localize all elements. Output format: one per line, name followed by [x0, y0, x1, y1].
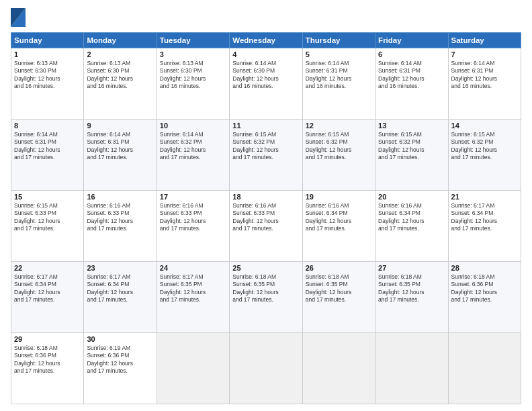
day-number: 18 — [232, 193, 299, 201]
cell-info: Sunrise: 6:16 AMSunset: 6:33 PMDaylight:… — [232, 202, 299, 233]
cell-info: Sunrise: 6:13 AMSunset: 6:30 PMDaylight:… — [160, 60, 226, 91]
calendar-cell: 16Sunrise: 6:16 AMSunset: 6:33 PMDayligh… — [84, 191, 157, 262]
header — [11, 8, 521, 27]
logo — [11, 8, 28, 27]
calendar-week-3: 15Sunrise: 6:15 AMSunset: 6:33 PMDayligh… — [11, 191, 521, 262]
day-number: 10 — [160, 122, 226, 130]
calendar-cell: 6Sunrise: 6:14 AMSunset: 6:31 PMDaylight… — [375, 48, 448, 120]
cell-info: Sunrise: 6:14 AMSunset: 6:31 PMDaylight:… — [14, 131, 81, 162]
calendar-cell: 18Sunrise: 6:16 AMSunset: 6:33 PMDayligh… — [230, 191, 302, 262]
day-number: 3 — [160, 50, 226, 58]
day-number: 26 — [306, 264, 372, 272]
calendar-cell: 4Sunrise: 6:14 AMSunset: 6:30 PMDaylight… — [230, 48, 302, 120]
cell-info: Sunrise: 6:17 AMSunset: 6:34 PMDaylight:… — [451, 202, 518, 233]
calendar-cell: 15Sunrise: 6:15 AMSunset: 6:33 PMDayligh… — [11, 191, 84, 262]
cell-info: Sunrise: 6:18 AMSunset: 6:35 PMDaylight:… — [232, 273, 299, 304]
day-number: 27 — [378, 264, 445, 272]
cell-info: Sunrise: 6:17 AMSunset: 6:34 PMDaylight:… — [14, 273, 81, 304]
day-number: 24 — [160, 264, 226, 272]
calendar-cell: 8Sunrise: 6:14 AMSunset: 6:31 PMDaylight… — [11, 120, 84, 191]
cell-info: Sunrise: 6:15 AMSunset: 6:32 PMDaylight:… — [306, 131, 372, 162]
day-number: 20 — [378, 193, 445, 201]
day-number: 19 — [306, 193, 372, 201]
calendar-week-5: 29Sunrise: 6:18 AMSunset: 6:36 PMDayligh… — [11, 333, 521, 404]
calendar-cell — [302, 333, 375, 404]
cell-info: Sunrise: 6:14 AMSunset: 6:32 PMDaylight:… — [160, 131, 226, 162]
calendar-cell: 22Sunrise: 6:17 AMSunset: 6:34 PMDayligh… — [11, 262, 84, 333]
logo-icon — [11, 8, 26, 27]
day-number: 15 — [14, 193, 81, 201]
calendar-cell: 5Sunrise: 6:14 AMSunset: 6:31 PMDaylight… — [302, 48, 375, 120]
calendar-cell: 24Sunrise: 6:17 AMSunset: 6:35 PMDayligh… — [157, 262, 229, 333]
calendar-cell: 21Sunrise: 6:17 AMSunset: 6:34 PMDayligh… — [448, 191, 521, 262]
cell-info: Sunrise: 6:15 AMSunset: 6:32 PMDaylight:… — [378, 131, 445, 162]
cell-info: Sunrise: 6:13 AMSunset: 6:30 PMDaylight:… — [14, 60, 81, 91]
calendar-cell: 2Sunrise: 6:13 AMSunset: 6:30 PMDaylight… — [84, 48, 157, 120]
page: SundayMondayTuesdayWednesdayThursdayFrid… — [0, 0, 532, 411]
calendar-cell: 1Sunrise: 6:13 AMSunset: 6:30 PMDaylight… — [11, 48, 84, 120]
day-number: 11 — [232, 122, 299, 130]
cell-info: Sunrise: 6:16 AMSunset: 6:33 PMDaylight:… — [160, 202, 226, 233]
cell-info: Sunrise: 6:18 AMSunset: 6:35 PMDaylight:… — [378, 273, 445, 304]
day-header-saturday: Saturday — [448, 33, 521, 48]
day-number: 9 — [87, 122, 153, 130]
cell-info: Sunrise: 6:16 AMSunset: 6:34 PMDaylight:… — [378, 202, 445, 233]
day-number: 29 — [14, 335, 81, 343]
cell-info: Sunrise: 6:15 AMSunset: 6:32 PMDaylight:… — [451, 131, 518, 162]
day-number: 2 — [87, 50, 153, 58]
calendar-cell: 17Sunrise: 6:16 AMSunset: 6:33 PMDayligh… — [157, 191, 229, 262]
cell-info: Sunrise: 6:14 AMSunset: 6:31 PMDaylight:… — [306, 60, 372, 91]
calendar-cell: 29Sunrise: 6:18 AMSunset: 6:36 PMDayligh… — [11, 333, 84, 404]
cell-info: Sunrise: 6:14 AMSunset: 6:31 PMDaylight:… — [378, 60, 445, 91]
day-number: 28 — [451, 264, 518, 272]
cell-info: Sunrise: 6:17 AMSunset: 6:35 PMDaylight:… — [160, 273, 226, 304]
day-header-friday: Friday — [375, 33, 448, 48]
calendar-cell: 27Sunrise: 6:18 AMSunset: 6:35 PMDayligh… — [375, 262, 448, 333]
cell-info: Sunrise: 6:14 AMSunset: 6:31 PMDaylight:… — [451, 60, 518, 91]
calendar-cell: 14Sunrise: 6:15 AMSunset: 6:32 PMDayligh… — [448, 120, 521, 191]
day-number: 8 — [14, 122, 81, 130]
calendar-week-4: 22Sunrise: 6:17 AMSunset: 6:34 PMDayligh… — [11, 262, 521, 333]
day-number: 22 — [14, 264, 81, 272]
cell-info: Sunrise: 6:17 AMSunset: 6:34 PMDaylight:… — [87, 273, 153, 304]
day-number: 6 — [378, 50, 445, 58]
cell-info: Sunrise: 6:19 AMSunset: 6:36 PMDaylight:… — [87, 345, 153, 375]
cell-info: Sunrise: 6:13 AMSunset: 6:30 PMDaylight:… — [87, 60, 153, 91]
cell-info: Sunrise: 6:14 AMSunset: 6:31 PMDaylight:… — [87, 131, 153, 162]
calendar-cell: 19Sunrise: 6:16 AMSunset: 6:34 PMDayligh… — [302, 191, 375, 262]
calendar-table: SundayMondayTuesdayWednesdayThursdayFrid… — [11, 32, 521, 404]
day-header-sunday: Sunday — [11, 33, 84, 48]
calendar-cell — [230, 333, 302, 404]
day-number: 7 — [451, 50, 518, 58]
calendar-week-1: 1Sunrise: 6:13 AMSunset: 6:30 PMDaylight… — [11, 48, 521, 120]
calendar-cell: 3Sunrise: 6:13 AMSunset: 6:30 PMDaylight… — [157, 48, 229, 120]
day-number: 12 — [306, 122, 372, 130]
calendar-cell: 13Sunrise: 6:15 AMSunset: 6:32 PMDayligh… — [375, 120, 448, 191]
day-number: 1 — [14, 50, 81, 58]
calendar-cell — [448, 333, 521, 404]
calendar-body: 1Sunrise: 6:13 AMSunset: 6:30 PMDaylight… — [11, 48, 521, 404]
calendar-cell: 25Sunrise: 6:18 AMSunset: 6:35 PMDayligh… — [230, 262, 302, 333]
day-header-tuesday: Tuesday — [157, 33, 229, 48]
calendar-cell: 30Sunrise: 6:19 AMSunset: 6:36 PMDayligh… — [84, 333, 157, 404]
cell-info: Sunrise: 6:16 AMSunset: 6:33 PMDaylight:… — [87, 202, 153, 233]
calendar-cell: 7Sunrise: 6:14 AMSunset: 6:31 PMDaylight… — [448, 48, 521, 120]
day-number: 21 — [451, 193, 518, 201]
day-header-monday: Monday — [84, 33, 157, 48]
day-number: 4 — [232, 50, 299, 58]
day-number: 16 — [87, 193, 153, 201]
calendar-cell: 10Sunrise: 6:14 AMSunset: 6:32 PMDayligh… — [157, 120, 229, 191]
day-number: 5 — [306, 50, 372, 58]
calendar-cell: 11Sunrise: 6:15 AMSunset: 6:32 PMDayligh… — [230, 120, 302, 191]
calendar-header-row: SundayMondayTuesdayWednesdayThursdayFrid… — [11, 33, 521, 48]
calendar-cell — [157, 333, 229, 404]
cell-info: Sunrise: 6:16 AMSunset: 6:34 PMDaylight:… — [306, 202, 372, 233]
calendar-cell: 9Sunrise: 6:14 AMSunset: 6:31 PMDaylight… — [84, 120, 157, 191]
cell-info: Sunrise: 6:18 AMSunset: 6:35 PMDaylight:… — [306, 273, 372, 304]
calendar-cell: 12Sunrise: 6:15 AMSunset: 6:32 PMDayligh… — [302, 120, 375, 191]
cell-info: Sunrise: 6:14 AMSunset: 6:30 PMDaylight:… — [232, 60, 299, 91]
day-number: 30 — [87, 335, 153, 343]
cell-info: Sunrise: 6:18 AMSunset: 6:36 PMDaylight:… — [451, 273, 518, 304]
cell-info: Sunrise: 6:15 AMSunset: 6:32 PMDaylight:… — [232, 131, 299, 162]
day-header-wednesday: Wednesday — [230, 33, 302, 48]
